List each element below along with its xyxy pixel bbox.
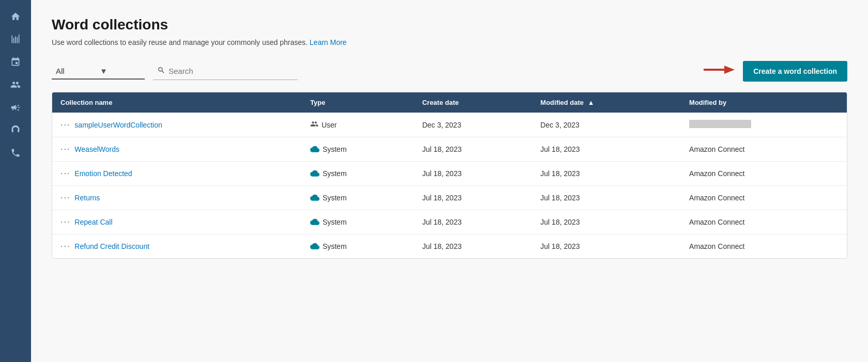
- cloud-icon: [310, 169, 319, 178]
- cell-type: System: [302, 210, 414, 234]
- table-header-row: Collection name Type Create date Modifie…: [52, 92, 847, 113]
- cell-type: System: [302, 186, 414, 210]
- toolbar: All ▼ Create a word collection: [52, 61, 847, 82]
- sidebar-item-home[interactable]: [4, 6, 27, 27]
- cell-modified-by: Amazon Connect: [681, 137, 847, 162]
- cloud-icon: [310, 218, 319, 227]
- cell-create-date: Jul 18, 2023: [414, 210, 532, 234]
- more-options-button[interactable]: ···: [60, 217, 70, 227]
- table-row: ···Refund Credit DiscountSystemJul 18, 2…: [52, 234, 847, 259]
- cell-type: System: [302, 234, 414, 259]
- search-box: [153, 63, 298, 80]
- col-header-name: Collection name: [52, 92, 302, 113]
- cell-collection-name: ···WeaselWords: [52, 137, 302, 162]
- cell-modified-by: Amazon Connect: [681, 234, 847, 259]
- search-input[interactable]: [169, 67, 294, 75]
- sort-asc-icon: ▲: [588, 99, 595, 106]
- cell-modified-date: Jul 18, 2023: [532, 186, 681, 210]
- cell-modified-date: Jul 18, 2023: [532, 162, 681, 186]
- cell-create-date: Jul 18, 2023: [414, 137, 532, 162]
- cell-modified-by: Amazon Connect: [681, 186, 847, 210]
- collection-name-link[interactable]: Refund Credit Discount: [74, 242, 149, 250]
- sidebar-item-campaigns[interactable]: [4, 97, 27, 118]
- cloud-icon: [310, 242, 319, 251]
- cell-modified-by: [681, 113, 847, 137]
- table-row: ···Emotion DetectedSystemJul 18, 2023Jul…: [52, 162, 847, 186]
- svg-marker-1: [724, 66, 735, 74]
- cell-create-date: Jul 18, 2023: [414, 234, 532, 259]
- sidebar-item-analytics[interactable]: [4, 29, 27, 50]
- collection-name-link[interactable]: Repeat Call: [74, 218, 112, 226]
- filter-dropdown[interactable]: All ▼: [52, 64, 145, 80]
- col-header-modified-by: Modified by: [681, 92, 847, 113]
- table-row: ···ReturnsSystemJul 18, 2023Jul 18, 2023…: [52, 186, 847, 210]
- create-word-collection-button[interactable]: Create a word collection: [743, 61, 847, 82]
- table-row: ···Repeat CallSystemJul 18, 2023Jul 18, …: [52, 210, 847, 234]
- sidebar-item-routing[interactable]: [4, 52, 27, 72]
- cell-collection-name: ···sampleUserWordCollection: [52, 113, 302, 137]
- collection-name-link[interactable]: sampleUserWordCollection: [74, 121, 162, 129]
- cell-modified-by: Amazon Connect: [681, 210, 847, 234]
- collection-name-link[interactable]: Emotion Detected: [74, 169, 132, 178]
- cell-type: System: [302, 162, 414, 186]
- sidebar-item-phone[interactable]: [4, 143, 27, 163]
- cell-modified-date: Dec 3, 2023: [532, 113, 681, 137]
- collection-name-link[interactable]: WeaselWords: [74, 145, 119, 153]
- sidebar-item-headset[interactable]: [4, 120, 27, 140]
- cell-modified-date: Jul 18, 2023: [532, 137, 681, 162]
- blurred-value: [689, 120, 751, 128]
- chevron-down-icon: ▼: [100, 67, 141, 75]
- cell-create-date: Jul 18, 2023: [414, 162, 532, 186]
- cell-type: User: [302, 113, 414, 137]
- more-options-button[interactable]: ···: [60, 169, 70, 178]
- cell-collection-name: ···Returns: [52, 186, 302, 210]
- arrow-right-icon: [704, 63, 735, 80]
- cell-create-date: Dec 3, 2023: [414, 113, 532, 137]
- filter-value: All: [56, 67, 97, 75]
- more-options-button[interactable]: ···: [60, 242, 70, 251]
- cell-type: System: [302, 137, 414, 162]
- cell-create-date: Jul 18, 2023: [414, 186, 532, 210]
- col-header-modified-date[interactable]: Modified date ▲: [532, 92, 681, 113]
- cell-modified-by: Amazon Connect: [681, 162, 847, 186]
- user-icon: [310, 120, 318, 130]
- cell-modified-date: Jul 18, 2023: [532, 234, 681, 259]
- cell-collection-name: ···Repeat Call: [52, 210, 302, 234]
- cell-modified-date: Jul 18, 2023: [532, 210, 681, 234]
- search-icon: [157, 66, 165, 76]
- arrow-indicator: [704, 63, 735, 80]
- table-row: ···WeaselWordsSystemJul 18, 2023Jul 18, …: [52, 137, 847, 162]
- col-header-create-date: Create date: [414, 92, 532, 113]
- word-collections-table: Collection name Type Create date Modifie…: [52, 92, 847, 259]
- cloud-icon: [310, 194, 319, 202]
- cell-collection-name: ···Emotion Detected: [52, 162, 302, 186]
- sidebar-item-users[interactable]: [4, 74, 27, 95]
- table-row: ···sampleUserWordCollectionUserDec 3, 20…: [52, 113, 847, 137]
- more-options-button[interactable]: ···: [60, 145, 70, 154]
- learn-more-link[interactable]: Learn More: [310, 38, 347, 46]
- page-description: Use word collections to easily reuse and…: [52, 38, 847, 46]
- more-options-button[interactable]: ···: [60, 120, 70, 130]
- collection-name-link[interactable]: Returns: [74, 194, 100, 202]
- page-title: Word collections: [52, 17, 847, 33]
- sidebar: [0, 0, 31, 362]
- main-content: Word collections Use word collections to…: [31, 0, 868, 362]
- col-header-type: Type: [302, 92, 414, 113]
- cell-collection-name: ···Refund Credit Discount: [52, 234, 302, 259]
- more-options-button[interactable]: ···: [60, 193, 70, 202]
- cloud-icon: [310, 145, 319, 154]
